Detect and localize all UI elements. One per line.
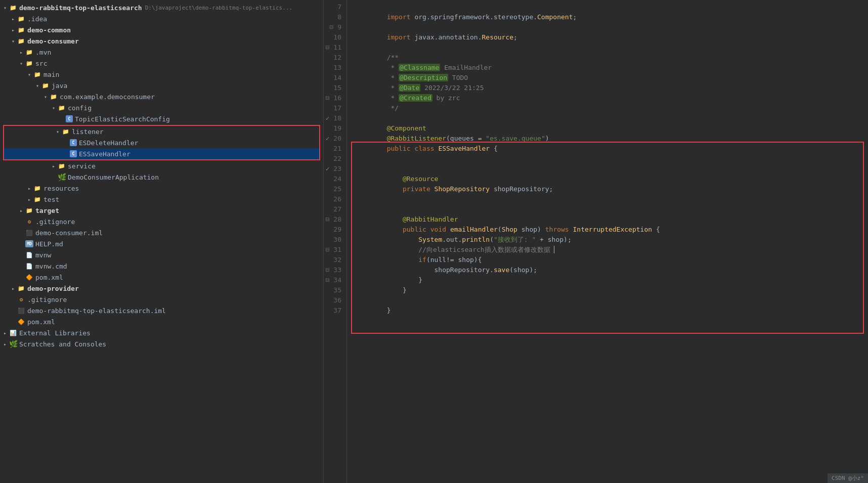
arrow-test [26,196,32,202]
arrow-service [51,163,57,169]
arrow-src [18,60,24,66]
tree-item-gitignore-consumer[interactable]: ⚙ .gitignore [0,216,323,227]
tree-item-pom-consumer[interactable]: 🔶 pom.xml [0,272,323,283]
folder-icon-main: 📁 [33,70,41,78]
code-line-13[interactable]: * @Description TODO [355,63,868,73]
tree-item-scratches[interactable]: 🌿 Scratches and Consoles [0,338,323,349]
code-line-31[interactable]: if(null!= shop){ [355,245,868,255]
tree-item-demo-common[interactable]: 📁 demo-common [0,24,323,35]
tree-item-root[interactable]: 📁 demo-rabbitmq-top-elasticsearch D:\jav… [0,2,323,13]
code-line-36[interactable]: } [355,295,868,305]
tree-item-listener[interactable]: 📁 listener [4,126,319,137]
ln-16: ⊟ 16 [324,93,346,103]
folder-icon-config: 📁 [58,104,66,112]
ln-22: 22 [324,154,346,164]
code-line-11[interactable]: /** [355,42,868,53]
tree-item-config[interactable]: 📁 config [0,102,323,113]
arrow-target [18,207,24,213]
tree-label-target: target [35,207,59,214]
code-line-18[interactable]: @Component [355,113,868,123]
folder-icon-demo-common: 📁 [17,26,25,34]
code-line-23[interactable]: @Resource [355,164,868,174]
code-line-32[interactable]: shopRepository.save(shop); [355,255,868,265]
tree-item-resources[interactable]: 📁 resources [0,183,323,194]
folder-icon-root: 📁 [9,4,17,12]
code-line-16[interactable]: */ [355,93,868,103]
ln-27: 27 [324,204,346,214]
folder-icon-src: 📁 [25,59,33,67]
tree-item-topic-config[interactable]: C TopicElasticSearchConfig [0,113,323,124]
code-line-9[interactable]: import javax.annotation.Resource; [355,22,868,32]
ln-36: 36 [324,295,346,305]
tree-label-main: main [44,71,59,78]
code-line-15[interactable]: * @Created by zrc [355,83,868,93]
code-lines[interactable]: import org.springframework.stereotype.Co… [347,0,868,483]
code-line-24[interactable]: private ShopRepository shopRepository; [355,174,868,184]
code-line-7[interactable]: import org.springframework.stereotype.Co… [355,2,868,12]
arrow-resources [26,185,32,191]
tree-item-iml-consumer[interactable]: ⬛ demo-consumer.iml [0,227,323,238]
tree-item-main[interactable]: 📁 main [0,69,323,80]
code-line-22 [355,154,868,164]
code-line-26 [355,194,868,204]
tree-item-mvnw[interactable]: 📄 mvnw [0,249,323,260]
arrow-demo-consumer [10,38,16,44]
code-editor: 7 8 ⊟ 9 10 ⊟ 11 12 13 14 15 ⊟ 16 17 ✓ 18… [324,0,868,483]
folder-icon-idea: 📁 [17,15,25,23]
code-line-28[interactable]: public void emailHandler(Shop shop) thro… [355,214,868,225]
code-line-37 [355,305,868,316]
file-tree[interactable]: 📁 demo-rabbitmq-top-elasticsearch D:\jav… [0,0,324,483]
tree-item-java[interactable]: 📁 java [0,80,323,91]
ln-10: 10 [324,32,346,42]
tree-item-gitignore-root[interactable]: ⚙ .gitignore [0,294,323,305]
tree-item-mvnw-cmd[interactable]: 📄 mvnw.cmd [0,260,323,272]
tree-item-iml-root[interactable]: ⬛ demo-rabbitmq-top-elasticsearch.iml [0,305,323,316]
code-line-29[interactable]: System.out.println("接收到了: " + shop); [355,225,868,235]
libs-icon: 📊 [9,329,17,337]
ln-20: ✓ 20 [324,134,346,144]
ln-14: 14 [324,73,346,83]
tree-label-java: java [52,82,67,90]
arrow-java [34,82,40,89]
code-line-19[interactable]: @RabbitListener(queues = "es.save.queue"… [355,123,868,134]
ln-7: 7 [324,2,346,12]
tree-item-app[interactable]: 🌿 DemoConsumerApplication [0,171,323,183]
code-line-34[interactable]: } [355,275,868,285]
ln-25: 25 [324,184,346,194]
code-line-33[interactable]: } [355,265,868,275]
tree-item-demo-consumer[interactable]: 📁 demo-consumer [0,35,323,47]
tree-label-pom-root: pom.xml [27,318,55,326]
folder-icon-target: 📁 [25,206,33,214]
file-icon-mvnw: 📄 [25,251,33,259]
code-line-14[interactable]: * @Date 2022/3/22 21:25 [355,73,868,83]
tree-item-src[interactable]: 📁 src [0,58,323,69]
ln-11: ⊟ 11 [324,42,346,53]
tree-item-service[interactable]: 📁 service [0,160,323,171]
code-line-30[interactable]: //向elasticsearch插入数据或者修改数据 [355,235,868,245]
code-line-25 [355,184,868,194]
xml-icon-root: 🔶 [17,318,25,326]
tree-label-demo-provider: demo-provider [27,285,79,292]
tree-item-esdelete[interactable]: C ESDeleteHandler [4,137,319,148]
arrow-mvn [18,49,24,55]
code-line-12[interactable]: * @Classname EmailHandler [355,53,868,63]
tree-item-essave[interactable]: C ESSaveHandler [4,148,319,159]
tree-item-target[interactable]: 📁 target [0,205,323,216]
tree-item-external-libs[interactable]: 📊 External Libraries [0,327,323,338]
folder-icon-demo-provider: 📁 [17,284,25,292]
tree-item-demo-provider[interactable]: 📁 demo-provider [0,283,323,294]
code-line-27[interactable]: @RabbitHandler [355,204,868,214]
tree-label-gitignore-consumer: .gitignore [35,218,75,226]
ln-37: 37 [324,305,346,316]
tree-item-help-md[interactable]: MD HELP.md [0,238,323,249]
tree-item-pom-root[interactable]: 🔶 pom.xml [0,316,323,327]
tree-item-idea[interactable]: 📁 .idea [0,13,323,24]
code-line-20[interactable]: public class ESSaveHandler { [355,134,868,144]
file-icon-mvnw-cmd: 📄 [25,262,33,270]
tree-item-test[interactable]: 📁 test [0,194,323,205]
folder-icon-test: 📁 [33,195,41,203]
tree-item-package[interactable]: 📁 com.example.democonsumer [0,91,323,102]
folder-icon-listener: 📁 [62,127,70,136]
tree-item-mvn[interactable]: 📁 .mvn [0,47,323,58]
ln-32: 32 [324,255,346,265]
